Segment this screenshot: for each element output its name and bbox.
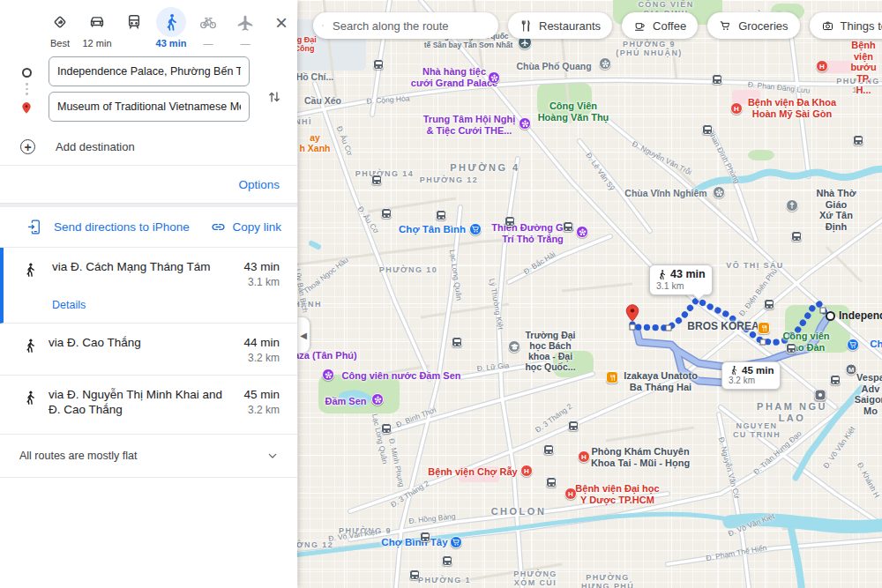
- mode-label: —: [204, 38, 213, 49]
- route-callout-distance: 3.1 km: [656, 280, 706, 291]
- mode-label: 43 min: [156, 38, 187, 49]
- send-to-phone-icon: [26, 219, 43, 235]
- search-input[interactable]: [331, 19, 490, 33]
- hospital-icon: H: [730, 102, 743, 115]
- close-directions-button[interactable]: ×: [272, 12, 291, 33]
- route-distance: 3.1 km: [243, 276, 280, 288]
- map-canvas[interactable]: CÔNG VIÊN GIA ĐỊNHPHƯỜNG 9 (PHÚ NHUẬN)PH…: [297, 0, 882, 588]
- mode-walk-button[interactable]: 43 min: [153, 7, 189, 49]
- bike-icon: [193, 7, 223, 37]
- transit-icon: [119, 7, 149, 37]
- route-title: via Đ. Cao Thắng: [49, 336, 141, 351]
- mode-label: Best: [50, 38, 70, 49]
- bus-stop-icon: [830, 375, 841, 385]
- shop-icon: [815, 390, 826, 401]
- mode-drive-button[interactable]: 12 min: [79, 7, 115, 49]
- options-link[interactable]: Options: [238, 178, 280, 191]
- chip-restaurants[interactable]: Restaurants: [508, 12, 612, 39]
- route-details-link[interactable]: Details: [52, 299, 86, 311]
- route-distance: 3.2 km: [243, 404, 280, 416]
- routes-flat-note-row[interactable]: All routes are mostly flat: [0, 435, 297, 478]
- travel-mode-bar: Best 12 min 43 min — — ×: [0, 0, 297, 51]
- plane-icon: [230, 7, 260, 37]
- waypoint-dots-icon: [26, 83, 27, 95]
- hospital-icon: H: [578, 450, 590, 463]
- route-duration-callout[interactable]: 43 min 3.1 km: [649, 264, 713, 295]
- directions-diamond-icon: [45, 7, 75, 37]
- bus-stop-icon: [543, 444, 554, 455]
- route-option-2[interactable]: via Đ. Cao Thắng 44 min 3.2 km: [0, 324, 297, 376]
- search-along-route[interactable]: [313, 12, 498, 39]
- destination-pin[interactable]: [623, 302, 642, 325]
- destination-input[interactable]: [49, 92, 250, 122]
- mode-best-button[interactable]: Best: [42, 7, 78, 49]
- bus-stop-icon: [371, 175, 382, 185]
- send-directions-link[interactable]: Send directions to iPhone: [54, 220, 190, 234]
- destination-pin-icon: [20, 100, 33, 116]
- walk-icon: [22, 262, 38, 278]
- bus-stop-icon: [702, 124, 713, 135]
- things-to-do-icon: [821, 19, 834, 33]
- bus-stop-icon: [505, 216, 515, 227]
- walk-icon: [729, 365, 739, 376]
- hospital-icon: H: [816, 60, 828, 72]
- bus-stop-icon: [381, 423, 392, 434]
- restaurant-icon: [758, 322, 770, 334]
- market-icon: [469, 223, 482, 235]
- chip-groceries[interactable]: Groceries: [707, 12, 799, 39]
- route-option-3[interactable]: via Đ. Nguyễn Thị Minh Khai and Đ. Cao T…: [0, 376, 297, 435]
- route-duration: 45 min: [243, 388, 280, 401]
- attraction-icon: [576, 226, 588, 238]
- route-callout-time: 43 min: [670, 268, 706, 280]
- search-icon: [322, 19, 324, 33]
- groceries-icon: [719, 19, 732, 33]
- mode-label: —: [241, 38, 250, 49]
- bus-stop-icon: [420, 532, 430, 542]
- restaurants-icon: [519, 19, 533, 33]
- mode-transit-button[interactable]: [116, 7, 152, 49]
- route-option-1[interactable]: via Đ. Cách Mạng Tháng Tám 43 min 3.1 km…: [0, 248, 297, 324]
- chip-label: Groceries: [738, 19, 788, 33]
- waypoints-section: [0, 51, 297, 127]
- bus-stop-icon: [791, 231, 802, 242]
- route-duration: 44 min: [243, 336, 280, 349]
- directions-panel: Best 12 min 43 min — — ×: [0, 0, 297, 588]
- alt-route-duration-label[interactable]: 45 min 3.2 km: [721, 361, 781, 390]
- flat-note-label: All routes are mostly flat: [19, 450, 137, 462]
- add-destination-row[interactable]: + Add destination: [0, 127, 297, 166]
- chip-things-to-do[interactable]: Things to do: [810, 12, 882, 39]
- route-title: via Đ. Nguyễn Thị Minh Khai and Đ. Cao T…: [49, 388, 225, 418]
- alt-route-time: 45 min: [742, 365, 774, 376]
- alt-route-distance: 3.2 km: [729, 376, 774, 385]
- metro-icon: M: [846, 364, 857, 376]
- bus-stop-icon: [853, 135, 863, 145]
- walk-icon: [22, 338, 38, 354]
- attraction-icon: [519, 117, 531, 130]
- send-directions-row: Send directions to iPhone Copy link: [0, 207, 297, 248]
- bus-stop-icon: [712, 74, 722, 85]
- add-destination-label: Add destination: [56, 140, 135, 153]
- walk-icon: [656, 269, 668, 280]
- mode-label: 12 min: [82, 38, 111, 49]
- chip-label: Things to do: [841, 19, 882, 33]
- chevron-down-icon: [265, 449, 280, 463]
- bus-stop-icon: [786, 343, 796, 354]
- church-icon: [786, 199, 798, 212]
- options-row: Options: [0, 166, 297, 203]
- hospital-icon: H: [564, 488, 577, 500]
- pagoda-icon: [599, 57, 611, 70]
- chip-coffee[interactable]: Coffee: [622, 12, 698, 39]
- copy-link-button[interactable]: Copy link: [211, 220, 281, 234]
- waypoint-rail: [19, 63, 34, 120]
- bus-stop-icon: [568, 421, 579, 431]
- swap-waypoints-button[interactable]: [264, 86, 285, 110]
- collapse-panel-button[interactable]: ◀: [297, 317, 310, 353]
- bus-stop-icon: [452, 337, 462, 347]
- chip-label: Restaurants: [539, 19, 601, 33]
- origin-input[interactable]: [49, 56, 250, 86]
- origin-marker[interactable]: [826, 311, 835, 321]
- mode-bike-button[interactable]: —: [191, 7, 226, 49]
- chip-label: Coffee: [653, 19, 686, 33]
- attraction-icon: [371, 393, 384, 406]
- mode-flight-button[interactable]: —: [228, 7, 263, 49]
